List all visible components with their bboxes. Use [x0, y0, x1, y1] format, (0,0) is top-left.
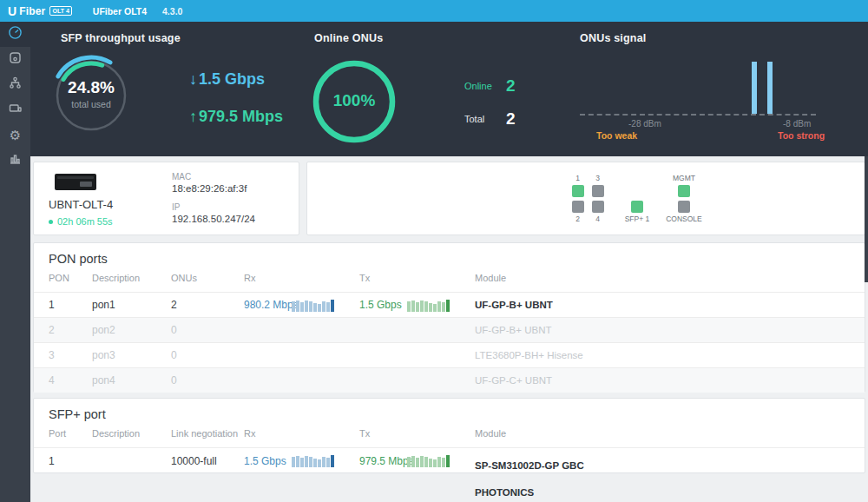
- device-name: UBNT-OLT-4: [49, 198, 113, 211]
- speedometer-icon: [8, 25, 23, 43]
- pon-row-2: 2 pon2 0 UF-GP-B+ UBNT: [34, 317, 865, 342]
- onu-signal-bar: [752, 62, 757, 114]
- rx-history-bars: [292, 455, 334, 467]
- sfp-throughput-widget: SFP throughput usage 24.8% total used ↓1…: [30, 22, 299, 156]
- onu-icon: [8, 50, 23, 69]
- onus-signal-chart: -28 dBm -8 dBm Too weak Too strong: [580, 22, 827, 156]
- sidebar-item-onus[interactable]: [0, 47, 30, 72]
- pon-port-2-led: [572, 201, 584, 213]
- ports-map-card: 1 2 3 4 SFP+ 1 MGMT CONSOLE: [306, 162, 865, 235]
- sfp-port-title: SFP+ port: [49, 407, 106, 421]
- weak-threshold-label: -28 dBm: [628, 119, 661, 129]
- sidebar-nav: ⚙: [0, 22, 30, 502]
- topology-icon: [8, 76, 23, 94]
- online-onus-donut: 100%: [311, 58, 398, 145]
- pon-port-3-led: [592, 185, 604, 197]
- olt-device-image: [55, 174, 96, 190]
- top-bar: U Fiber OLT 4 UFiber OLT4 4.3.0: [0, 0, 868, 22]
- gear-icon: ⚙: [10, 129, 21, 142]
- ip-address: 192.168.50.247/24: [172, 214, 255, 224]
- console-port-led: [678, 201, 690, 213]
- stats-panel: SFP throughput usage 24.8% total used ↓1…: [30, 22, 868, 156]
- pon-row-3: 3 pon3 0 LTE3680P-BH+ Hisense: [34, 342, 865, 367]
- sfp-port-led: [631, 201, 643, 213]
- sfp-usage-caption: total used: [49, 99, 133, 109]
- too-weak-label: Too weak: [596, 130, 637, 141]
- signal-threshold-line: [580, 114, 816, 116]
- tx-history-bars: [407, 455, 450, 467]
- sidebar-item-settings[interactable]: ⚙: [0, 122, 30, 148]
- mac-address: 18:e8:29:26:af:3f: [172, 183, 247, 194]
- sfp-table-header: Port Description Link negotiation Rx Tx …: [34, 428, 865, 446]
- online-count-row: Online 2: [464, 76, 516, 96]
- firmware-version: 4.3.0: [162, 6, 182, 17]
- app-name: UFiber OLT4: [93, 6, 147, 17]
- tx-history-bars: [407, 300, 450, 312]
- pon-port-2-label: 2: [575, 215, 580, 224]
- ip-label: IP: [172, 202, 255, 212]
- vertical-scrollbar[interactable]: [865, 156, 868, 282]
- mgmt-port-led: [678, 185, 690, 197]
- device-icon: [8, 101, 23, 119]
- sfp-row-1: 1 10000-full 1.5 Gbps 979.5 Mbps SP-SM31…: [34, 447, 865, 474]
- sidebar-item-devices[interactable]: [0, 97, 30, 122]
- mgmt-port-label: MGMT: [673, 174, 695, 183]
- sidebar-item-statistics[interactable]: [0, 148, 30, 173]
- pon-port-3-label: 3: [595, 174, 600, 183]
- console-port-label: CONSOLE: [666, 215, 702, 224]
- up-arrow-icon: ↑: [189, 108, 197, 125]
- rx-history-bars: [292, 300, 334, 312]
- too-strong-label: Too strong: [778, 130, 825, 141]
- pon-row-1: 1 pon1 2 980.2 Mbps 1.5 Gbps UF-GP-B+ UB…: [34, 292, 865, 317]
- sfp-port-card: SFP+ port Port Description Link negotiat…: [33, 398, 865, 473]
- online-onus-percent: 100%: [311, 91, 398, 110]
- sfp-port-label: SFP+ 1: [625, 215, 650, 224]
- pon-port-1-label: 1: [575, 174, 580, 183]
- total-count-row: Total 2: [464, 109, 516, 129]
- pon-ports-card: PON ports PON Description ONUs Rx Tx Mod…: [33, 242, 865, 393]
- device-uptime: 02h 06m 55s: [49, 216, 113, 227]
- online-onus-widget: Online ONUs 100% Online 2 Total 2: [299, 22, 569, 156]
- pon-port-4-led: [592, 201, 604, 213]
- logo-olt4-badge: OLT 4: [49, 6, 71, 16]
- pon-port-4-label: 4: [595, 215, 600, 224]
- pon-port-1-led: [572, 185, 584, 197]
- sfp-throughput-title: SFP throughput usage: [61, 32, 181, 44]
- statistics-icon: [8, 151, 23, 169]
- strong-threshold-label: -8 dBm: [783, 119, 811, 129]
- sidebar-item-dashboard[interactable]: [0, 22, 30, 47]
- logo-brand-text: Fiber: [19, 5, 45, 17]
- mac-label: MAC: [172, 172, 247, 182]
- pon-row-4: 4 pon4 0 UF-GP-C+ UBNT: [34, 367, 865, 393]
- device-info-card: UBNT-OLT-4 02h 06m 55s MAC 18:e8:29:26:a…: [33, 162, 299, 235]
- ubiquiti-u-icon: U: [8, 5, 16, 17]
- status-dot: [49, 220, 53, 224]
- online-onus-title: Online ONUs: [314, 32, 383, 44]
- sfp-usage-gauge: 24.8% total used: [49, 54, 133, 137]
- ufiber-logo: U Fiber OLT 4: [8, 5, 72, 17]
- uplink-rate: ↑979.5 Mbps: [189, 108, 283, 126]
- pon-table-header: PON Description ONUs Rx Tx Module: [34, 273, 865, 290]
- online-count: 2: [506, 76, 516, 96]
- onus-signal-widget: ONUs signal -28 dBm -8 dBm Too weak Too …: [569, 22, 868, 156]
- total-count: 2: [506, 109, 516, 129]
- pon-ports-title: PON ports: [49, 252, 108, 266]
- downlink-rate: ↓1.5 Gbps: [189, 70, 283, 89]
- sidebar-item-topology[interactable]: [0, 72, 30, 97]
- onu-signal-bar: [767, 62, 773, 114]
- down-arrow-icon: ↓: [189, 70, 197, 88]
- sfp-usage-percent: 24.8%: [49, 78, 133, 97]
